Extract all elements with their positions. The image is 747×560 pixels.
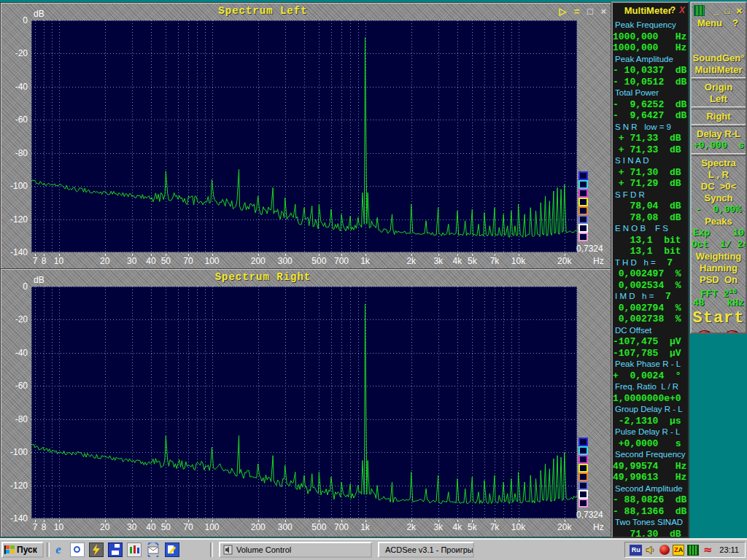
minimize-icon[interactable]: _ (714, 7, 719, 15)
x-tick-label: 20k (557, 256, 571, 266)
meter-value: -107,475 µV (613, 336, 681, 346)
trace-color-swatch[interactable] (578, 215, 588, 224)
panel-button-dc-0-[interactable]: DC >0< (692, 181, 746, 192)
panel-value-fft[interactable]: FFT 216 (692, 286, 746, 298)
mail-sync-icon[interactable] (146, 542, 160, 557)
meter-row: + 71,29 dB (613, 176, 688, 188)
x-tick-label: 10 (54, 522, 63, 532)
winamp-icon[interactable] (89, 542, 104, 557)
panel-button-delay-r-l[interactable]: Delay R-L (692, 128, 746, 140)
meter-row: 1000,000 Hz (613, 41, 688, 52)
panel-value[interactable]: +0,000 s (692, 140, 746, 152)
y-tick-label: -20 (1, 48, 28, 58)
panel-button-origin[interactable]: Origin (692, 82, 746, 93)
wave-icon[interactable]: ≈ (702, 545, 713, 556)
meter-row: Second Amplitude (613, 482, 688, 494)
menu-button[interactable]: Menu (697, 18, 722, 28)
y-tick-label: -40 (1, 82, 28, 92)
close-icon[interactable]: × (600, 6, 606, 17)
meter-row: - 9,6427 dB (613, 109, 688, 120)
spectrum-right-window: Spectrum Right dB 0,7324 Hz 781020304050… (0, 268, 611, 537)
spectrum-plot[interactable] (31, 287, 577, 518)
notes-icon[interactable] (165, 542, 179, 557)
trace-color-swatch[interactable] (578, 198, 588, 206)
x-tick-label: 1k (360, 256, 370, 266)
start-button[interactable]: Пуск (1, 542, 44, 558)
panel-button-synch[interactable]: Synch (692, 192, 746, 204)
meter-value: 7 (656, 257, 673, 268)
meter-label: Group Delay R - L (613, 405, 683, 413)
x-tick-label: 70 (183, 256, 193, 266)
panel-button-soundgen-[interactable]: SoundGen° (692, 52, 746, 64)
panel-button-peaks[interactable]: Peaks (692, 216, 746, 228)
cursor-readout: 0,7324 (576, 244, 603, 254)
media-player-icon[interactable] (127, 542, 142, 557)
panel-value[interactable]: - 0,00% (692, 204, 746, 216)
close-icon[interactable]: X (679, 5, 685, 15)
y-tick-label: 0 (1, 15, 28, 26)
panel-button-multimeter[interactable]: MultiMeter (692, 64, 746, 76)
meter-value: 78,04 dB (613, 201, 681, 211)
meter-row: + 0,0024 ° (613, 369, 688, 381)
trace-color-swatch[interactable] (578, 455, 588, 464)
panel-value[interactable]: 48 kHz (692, 298, 746, 309)
za-icon[interactable]: ZA (673, 545, 684, 556)
maximize-icon[interactable]: □ (587, 6, 593, 17)
minimize-icon[interactable]: = (574, 6, 580, 17)
panel-value[interactable]: Exp 10 (692, 228, 746, 239)
trace-color-swatch[interactable] (578, 464, 588, 472)
trace-color-swatch[interactable] (578, 206, 588, 215)
control-panel-titlebar[interactable]: _ □ ✕ (692, 3, 746, 18)
help-icon[interactable]: ? (732, 18, 738, 28)
taskbar-clock[interactable]: 23:11 (719, 545, 739, 554)
x-tick-label: 7k (490, 522, 500, 532)
x-tick-label: 70 (183, 522, 193, 532)
panel-button-psd-on[interactable]: PSD On (692, 274, 746, 286)
trace-color-swatch[interactable] (578, 189, 588, 198)
meter-row: S F D R (613, 188, 688, 200)
maximize-icon[interactable]: □ (725, 7, 730, 15)
trace-color-swatch[interactable] (578, 499, 588, 508)
guard-icon[interactable] (659, 545, 670, 555)
panel-button-l-r[interactable]: L , R (692, 169, 746, 181)
x-tick-label: 30 (127, 256, 136, 266)
meter-row: 71,30 dB (613, 527, 688, 539)
panel-button-left[interactable]: Left (692, 93, 746, 105)
ie-icon[interactable]: e (51, 542, 66, 557)
meter-row: 0,002738 % (613, 312, 688, 324)
trace-color-swatch[interactable] (578, 180, 588, 189)
floppy-icon[interactable] (108, 542, 123, 557)
trace-color-swatch[interactable] (578, 224, 588, 233)
trace-color-swatch[interactable] (578, 481, 588, 490)
x-tick-label: 3k (433, 522, 443, 532)
title-bar[interactable]: Spectrum Right (1, 269, 611, 285)
close-icon[interactable]: ✕ (736, 7, 743, 16)
panel-button-spectra[interactable]: Spectra (692, 158, 746, 169)
task-volume-control[interactable]: Volume Control (219, 542, 372, 558)
title-bar[interactable]: Spectrum Left ▷ = □ × (1, 3, 611, 19)
window-buttons: _ □ ✕ (711, 4, 743, 17)
trace-color-swatch[interactable] (578, 233, 588, 241)
panel-button-weighting[interactable]: Weighting (692, 251, 746, 262)
multimeter-titlebar[interactable]: MultiMeter ? X (613, 3, 688, 18)
spectrum-plot[interactable] (31, 20, 577, 252)
panel-value[interactable]: Oct 1/ 24 (692, 239, 746, 251)
trace-color-swatch[interactable] (578, 171, 588, 180)
trace-color-swatch[interactable] (578, 490, 588, 499)
meter-value: + 71,30 dB (613, 167, 681, 177)
panel-button-hanning[interactable]: Hanning (692, 262, 746, 274)
play-icon[interactable]: ▷ (560, 6, 567, 17)
tray-volume-icon[interactable] (645, 545, 657, 556)
trace-color-swatch[interactable] (578, 446, 588, 455)
meter-label: E N O B F S (613, 224, 668, 233)
language-indicator[interactable]: Ru (630, 545, 642, 556)
viewer-icon[interactable] (70, 542, 85, 557)
help-icon[interactable]: ? (670, 5, 676, 15)
task-acdsee[interactable]: ACDSee v3.1 - Проигрыв... (378, 542, 474, 558)
start-measurement-button[interactable]: Start (692, 309, 746, 328)
trace-color-swatch[interactable] (578, 472, 588, 481)
meter-row: DC Offset (613, 324, 688, 335)
analyzer-icon[interactable] (687, 545, 699, 556)
trace-color-swatch[interactable] (578, 438, 588, 446)
panel-button-right[interactable]: Right (692, 111, 746, 122)
